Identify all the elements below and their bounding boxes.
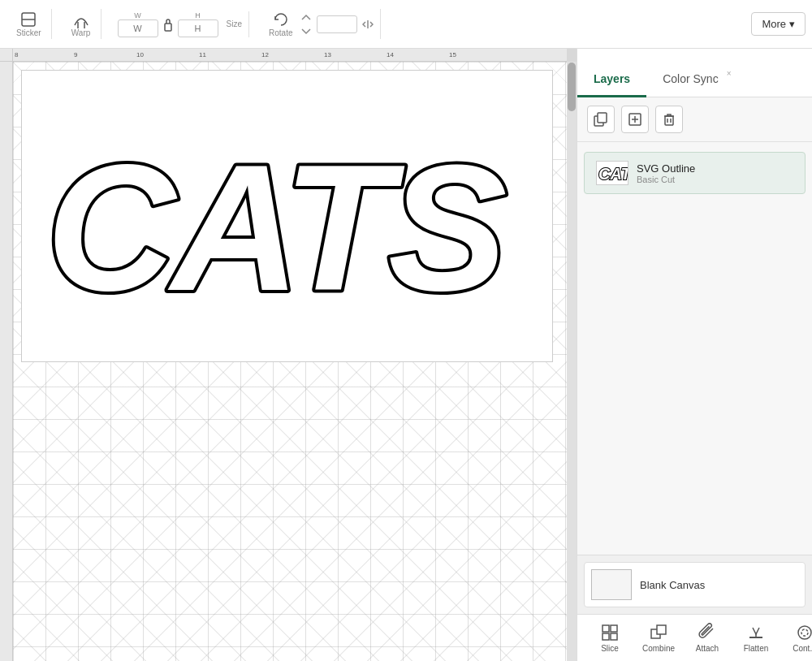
combine-label: Combine	[642, 644, 675, 653]
ruler-num-13: 13	[324, 51, 331, 58]
rotate-input[interactable]	[317, 15, 357, 33]
ruler-num-10: 10	[136, 51, 144, 58]
layer-info: SVG Outline Basic Cut	[637, 162, 793, 184]
ruler-horizontal: 8 9 10 11 12 13 14 15	[13, 49, 567, 62]
svg-rect-17	[611, 625, 617, 632]
warp-button[interactable]: Warp	[68, 9, 94, 39]
tab-layers-label: Layers	[594, 72, 630, 85]
tab-color-sync-close[interactable]: ×	[727, 69, 732, 78]
ruler-num-11: 11	[199, 51, 206, 58]
flatten-label: Flatten	[744, 644, 769, 653]
duplicate-icon	[594, 112, 608, 127]
panel-toolbar	[577, 97, 812, 142]
width-group: W	[118, 11, 158, 37]
svg-rect-12	[665, 116, 673, 125]
flatten-icon	[746, 623, 766, 642]
layer-item-svg-outline[interactable]: CATS SVG Outline Basic Cut	[584, 152, 806, 194]
attach-icon	[698, 623, 717, 642]
panel-spacer	[577, 355, 812, 555]
slice-icon	[600, 623, 620, 642]
slice-label: Slice	[601, 644, 619, 653]
sticker-icon	[19, 11, 37, 28]
size-label: Size	[227, 19, 242, 28]
combine-icon	[649, 623, 668, 642]
rotate-label: Rotate	[269, 28, 292, 37]
drawing-canvas[interactable]: CATS	[13, 62, 567, 661]
svg-rect-8	[598, 113, 607, 123]
rotate-button[interactable]: Rotate	[266, 9, 296, 39]
layer-thumb-svg: CATS	[597, 162, 628, 184]
scrollbar-thumb[interactable]	[568, 63, 576, 111]
duplicate-layer-button[interactable]	[587, 106, 615, 133]
blank-canvas-item[interactable]: Blank Canvas	[584, 562, 806, 607]
svg-rect-21	[657, 625, 666, 634]
svg-point-25	[801, 629, 808, 636]
svg-text:CATS: CATS	[46, 128, 506, 328]
layer-type: Basic Cut	[637, 175, 793, 184]
layer-name: SVG Outline	[637, 162, 793, 175]
slice-tool[interactable]: Slice	[585, 620, 634, 656]
chevron-up-icon	[300, 12, 312, 24]
attach-label: Attach	[696, 644, 719, 653]
lock-icon	[163, 17, 173, 32]
blank-canvas-thumbnail	[591, 569, 632, 600]
sticker-label: Sticker	[16, 28, 41, 37]
height-group: H	[178, 11, 218, 37]
combine-tool[interactable]: Combine	[634, 620, 683, 656]
warp-label: Warp	[71, 28, 91, 37]
top-toolbar: Sticker Warp W H Size	[0, 0, 812, 49]
rotate-section: Rotate	[259, 9, 381, 39]
sticker-section: Sticker	[6, 9, 52, 39]
blank-canvas-section: Blank Canvas	[577, 555, 812, 614]
height-label: H	[195, 11, 201, 19]
svg-rect-19	[611, 633, 617, 640]
svg-point-24	[798, 626, 811, 639]
ruler-num-15: 15	[449, 51, 456, 58]
tab-color-sync[interactable]: Color Sync ×	[646, 66, 734, 97]
art-canvas: CATS	[21, 70, 553, 362]
right-panel-bottom-toolbar: Slice Combine Attach	[577, 614, 812, 661]
flip-h-icon	[362, 19, 374, 30]
height-input[interactable]	[178, 19, 218, 37]
warp-section: Warp	[62, 9, 102, 39]
canvas-area: 8 9 10 11 12 13 14 15 CATS	[0, 49, 577, 661]
add-icon	[628, 112, 642, 127]
svg-rect-16	[603, 625, 609, 632]
svg-text:CATS: CATS	[598, 165, 628, 183]
more-button[interactable]: More ▾	[751, 12, 806, 36]
size-section: W H Size	[111, 11, 249, 37]
cats-svg[interactable]: CATS	[30, 87, 550, 339]
tab-layers[interactable]: Layers	[577, 66, 646, 97]
rotate-icon	[272, 11, 290, 28]
contour-icon	[795, 623, 812, 642]
add-layer-button[interactable]	[621, 106, 649, 133]
right-panel: Layers Color Sync ×	[577, 49, 812, 661]
ruler-num-12: 12	[261, 51, 269, 58]
delete-layer-button[interactable]	[655, 106, 683, 133]
panel-tabs: Layers Color Sync ×	[577, 49, 812, 97]
main-area: 8 9 10 11 12 13 14 15 CATS	[0, 49, 812, 661]
width-input[interactable]	[118, 19, 158, 37]
vertical-scrollbar[interactable]	[567, 62, 577, 661]
warp-icon	[71, 11, 91, 28]
delete-icon	[662, 112, 676, 127]
layers-list: CATS SVG Outline Basic Cut	[577, 142, 812, 355]
ruler-num-8: 8	[15, 51, 18, 58]
more-label: More	[762, 18, 786, 30]
tab-color-sync-label: Color Sync	[663, 72, 718, 85]
sticker-button[interactable]: Sticker	[13, 9, 45, 39]
contour-tool[interactable]: Cont...	[780, 620, 812, 656]
chevron-down-icon	[300, 25, 312, 37]
svg-rect-18	[603, 633, 609, 640]
ruler-num-14: 14	[387, 51, 394, 58]
layer-thumbnail: CATS	[596, 161, 628, 185]
ruler-corner	[0, 49, 13, 62]
attach-tool[interactable]: Attach	[683, 620, 732, 656]
flatten-tool[interactable]: Flatten	[732, 620, 780, 656]
blank-canvas-label: Blank Canvas	[640, 579, 705, 591]
width-label: W	[134, 11, 141, 19]
svg-rect-4	[165, 24, 171, 31]
ruler-num-9: 9	[74, 51, 77, 58]
ruler-vertical	[0, 62, 13, 661]
contour-label: Cont...	[793, 644, 812, 653]
